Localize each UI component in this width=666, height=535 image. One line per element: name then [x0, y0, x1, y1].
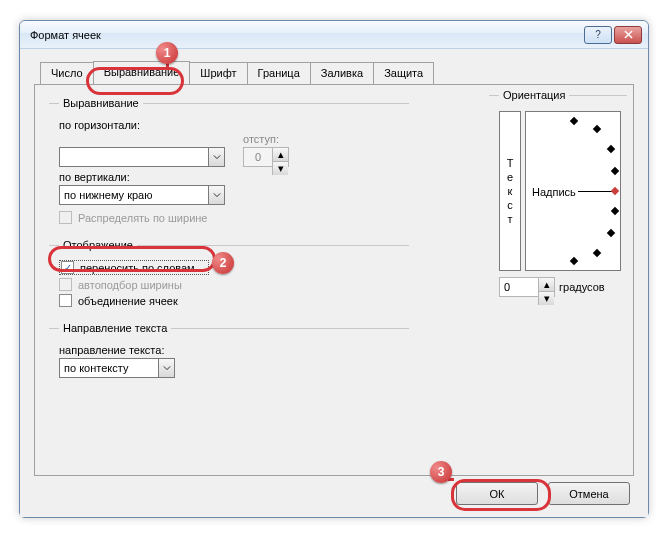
shrink-to-fit-checkbox: автоподбор ширины — [59, 278, 403, 291]
degrees-label: градусов — [559, 281, 605, 293]
chevron-down-icon — [208, 148, 224, 166]
spinner-up-icon: ▴ — [272, 148, 288, 162]
distribute-checkbox: Распределять по ширине — [59, 211, 403, 224]
tab-fill[interactable]: Заливка — [310, 62, 374, 85]
textdir-combo[interactable]: по контексту — [59, 358, 175, 378]
close-button[interactable] — [614, 26, 642, 44]
help-button[interactable]: ? — [584, 26, 612, 44]
titlebar[interactable]: Формат ячеек ? — [20, 21, 648, 49]
spinner-down-icon: ▾ — [272, 162, 288, 175]
dialog-body: Число Выравнивание Шрифт Граница Заливка… — [20, 49, 648, 517]
ok-button[interactable]: ОК — [456, 482, 538, 505]
alignment-group: Выравнивание по горизонтали: отступ: 0 ▴… — [49, 97, 409, 231]
format-cells-dialog: Формат ячеек ? Число Выравнивание Шрифт … — [19, 20, 649, 518]
close-icon — [624, 30, 633, 39]
cancel-button[interactable]: Отмена — [548, 482, 630, 505]
merge-cells-checkbox[interactable]: объединение ячеек — [59, 294, 403, 307]
chevron-down-icon — [158, 359, 174, 377]
indent-label: отступ: — [243, 133, 289, 145]
alignment-group-label: Выравнивание — [59, 97, 143, 109]
dialog-buttons: ОК Отмена — [456, 482, 630, 505]
window-title: Формат ячеек — [30, 29, 582, 41]
tabstrip: Число Выравнивание Шрифт Граница Заливка… — [40, 61, 634, 84]
vertical-label: по вертикали: — [59, 171, 403, 183]
orientation-group: Ориентация Текст Надпись — [489, 89, 627, 301]
textdir-group-label: Направление текста — [59, 322, 171, 334]
horizontal-label: по горизонтали: — [59, 119, 403, 131]
horizontal-combo[interactable] — [59, 147, 225, 167]
wrap-text-checkbox[interactable]: переносить по словам — [59, 260, 209, 275]
orientation-dial[interactable]: Надпись — [525, 111, 621, 271]
orientation-vertical-text[interactable]: Текст — [499, 111, 521, 271]
tab-protection[interactable]: Защита — [373, 62, 434, 85]
tab-font[interactable]: Шрифт — [189, 62, 247, 85]
degrees-spinner[interactable]: 0 ▴▾ — [499, 277, 555, 297]
display-group: Отображение переносить по словам автопод… — [49, 239, 409, 314]
vertical-combo[interactable]: по нижнему краю — [59, 185, 225, 205]
tab-number[interactable]: Число — [40, 62, 94, 85]
indent-spinner[interactable]: 0 ▴▾ — [243, 147, 289, 167]
tab-border[interactable]: Граница — [247, 62, 311, 85]
textdir-label: направление текста: — [59, 344, 403, 356]
chevron-down-icon — [208, 186, 224, 204]
tab-alignment[interactable]: Выравнивание — [93, 61, 191, 84]
textdir-group: Направление текста направление текста: п… — [49, 322, 409, 382]
display-group-label: Отображение — [59, 239, 137, 251]
spinner-down-icon: ▾ — [538, 292, 554, 305]
spinner-up-icon: ▴ — [538, 278, 554, 292]
orientation-group-label: Ориентация — [499, 89, 569, 101]
alignment-panel: Выравнивание по горизонтали: отступ: 0 ▴… — [34, 84, 634, 476]
